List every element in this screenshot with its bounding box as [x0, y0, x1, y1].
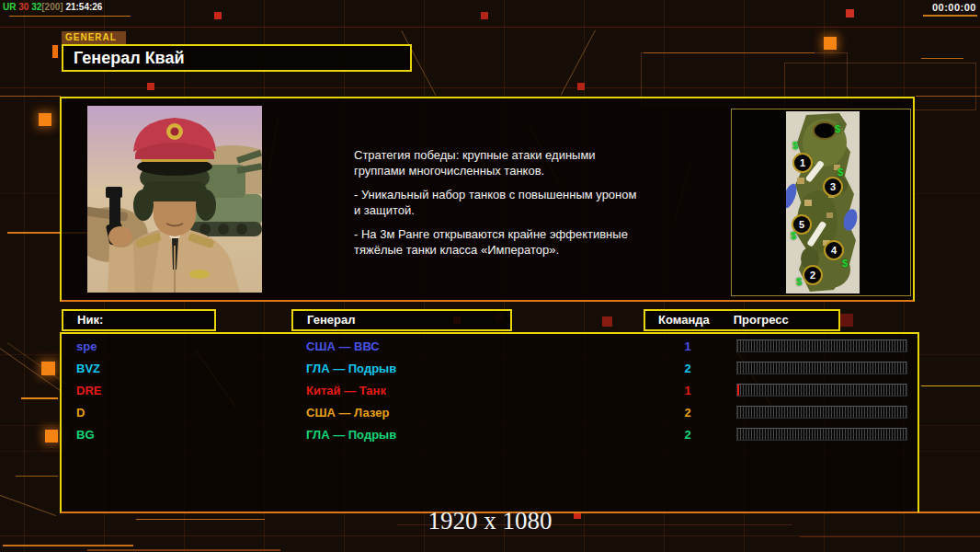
player-progress-bar	[736, 406, 907, 419]
player-team: 1	[674, 384, 701, 397]
bg-decoration	[45, 430, 58, 443]
header-progress-label: Прогресс	[734, 311, 789, 329]
bg-decoration	[9, 16, 131, 17]
game-lobby-screen: UR 30 32[200] 21:54:26 00:00:00 GENERAL …	[0, 0, 980, 552]
status-segment: [200]	[41, 2, 65, 12]
player-row: BVZГЛА — Подрыв2	[62, 358, 917, 380]
map-terrain: 13542$$$$$$	[786, 111, 860, 293]
player-nick: DRE	[76, 384, 101, 397]
bg-decoration	[921, 385, 980, 386]
network-status: UR 30 32[200] 21:54:26	[3, 2, 102, 12]
bg-decoration	[87, 549, 280, 551]
match-timer: 00:00:00	[932, 2, 976, 13]
bg-decoration	[481, 12, 488, 19]
player-general: США — ВВС	[306, 339, 380, 353]
bg-decoration	[577, 83, 585, 90]
bg-decoration	[846, 9, 854, 17]
player-row: speСША — ВВС1	[62, 336, 917, 358]
column-header-team-progress: Команда Прогресс	[644, 309, 840, 331]
supply-dollar-icon: $	[791, 230, 796, 241]
bg-decoration	[921, 58, 963, 59]
player-nick: BVZ	[76, 362, 100, 375]
bg-decoration	[923, 15, 977, 17]
general-title-box: Генерал Квай	[62, 44, 412, 72]
progress-tick	[737, 385, 739, 396]
status-segment: UR	[3, 2, 18, 12]
player-team: 1	[674, 339, 701, 353]
map-markers: 13542$$$$$$	[786, 111, 860, 293]
supply-dollar-icon: $	[842, 258, 848, 269]
player-team: 2	[674, 362, 701, 375]
player-general: Китай — Танк	[306, 384, 386, 397]
description-paragraph: - На 3м Ранге открываются крайне эффекти…	[354, 226, 667, 258]
player-team: 2	[674, 406, 701, 420]
bg-decoration	[21, 397, 58, 399]
player-progress-bar	[736, 362, 907, 374]
bg-decoration	[0, 96, 61, 97]
description-paragraph: - Уникальный набор танков с повышенным у…	[354, 187, 667, 218]
player-progress-bar	[736, 339, 907, 352]
general-portrait	[87, 106, 262, 293]
status-segment: 21:54:26	[65, 2, 102, 12]
resolution-label: 1920 x 1080	[0, 507, 980, 535]
map-start-marker-2: 2	[803, 265, 823, 285]
general-portrait-image	[87, 106, 262, 293]
general-info-panel: Стратегия победы: крупные атаки едиными …	[60, 97, 915, 302]
header-nick-label: Ник:	[77, 313, 103, 327]
page-title: Генерал Квай	[74, 49, 185, 67]
map-start-marker-1: 1	[792, 153, 813, 173]
general-description: Стратегия победы: крупные атаки едиными …	[354, 147, 667, 266]
bg-decoration	[824, 37, 837, 50]
player-nick: D	[76, 406, 85, 420]
general-tab-label: GENERAL	[62, 31, 126, 44]
column-header-general: Генерал	[291, 309, 512, 331]
supply-dollar-icon: $	[792, 140, 798, 151]
player-general: ГЛА — Подрыв	[306, 428, 396, 442]
map-preview: 13542$$$$$$	[731, 109, 911, 296]
bg-decoration	[52, 45, 58, 58]
player-nick: spe	[76, 339, 97, 353]
supply-dollar-icon: $	[796, 276, 802, 287]
header-general-label: Генерал	[307, 313, 355, 327]
player-general: ГЛА — Подрыв	[306, 362, 396, 375]
bg-decoration	[0, 27, 980, 28]
player-progress-bar	[736, 384, 907, 397]
status-segment: 30	[18, 2, 31, 12]
bg-decoration	[840, 314, 853, 327]
map-start-marker-4: 4	[824, 240, 844, 260]
bg-decoration	[214, 12, 222, 19]
bg-decoration	[602, 316, 612, 327]
bg-decoration	[147, 83, 154, 90]
player-nick: BG	[76, 428, 95, 442]
player-row: DREКитай — Танк1	[62, 380, 917, 402]
column-header-nick: Ник:	[62, 309, 216, 331]
players-table: speСША — ВВС1BVZГЛА — Подрыв2DREКитай — …	[60, 332, 919, 513]
header-team-label: Команда	[658, 311, 710, 329]
map-structure-marker	[813, 121, 837, 140]
player-team: 2	[674, 428, 701, 442]
player-progress-bar	[736, 428, 907, 441]
bg-decoration	[39, 113, 51, 126]
player-general: США — Лазер	[306, 406, 389, 420]
bg-decoration	[24, 0, 25, 552]
bg-decoration	[6, 342, 67, 385]
player-row: BGГЛА — Подрыв2	[62, 424, 917, 446]
map-start-marker-3: 3	[823, 177, 843, 197]
players-table-rows: speСША — ВВС1BVZГЛА — Подрыв2DREКитай — …	[62, 336, 917, 446]
description-paragraph: Стратегия победы: крупные атаки едиными …	[354, 147, 667, 178]
bg-decoration	[800, 536, 980, 537]
supply-dollar-icon: $	[838, 167, 843, 178]
bg-decoration	[16, 476, 58, 477]
supply-dollar-icon: $	[835, 123, 840, 134]
bg-decoration	[3, 545, 133, 546]
status-segment: 32	[31, 2, 41, 12]
player-row: DСША — Лазер2	[62, 402, 917, 424]
